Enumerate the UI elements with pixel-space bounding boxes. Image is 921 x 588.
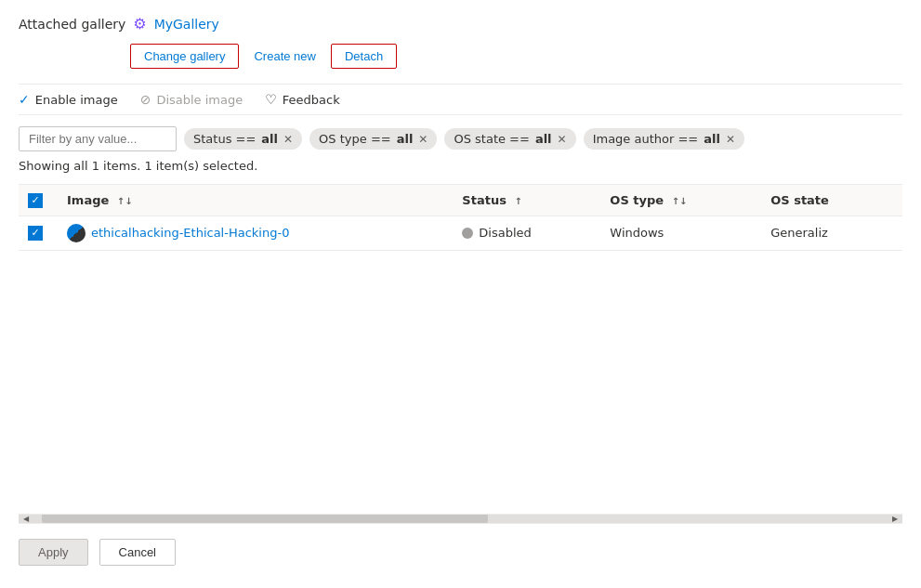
image-author-chip-val: all — [704, 132, 720, 146]
status-chip-close[interactable]: ✕ — [283, 134, 293, 145]
os-state-chip-key: OS state == — [454, 132, 529, 146]
checkmark-icon: ✓ — [19, 92, 30, 107]
cancel-button[interactable]: Cancel — [99, 539, 176, 566]
row-os-type-cell: Windows — [599, 216, 759, 250]
status-value: Disabled — [479, 226, 531, 240]
os-type-value: Windows — [610, 226, 664, 240]
header-checkbox[interactable]: ✓ — [28, 193, 43, 208]
heart-icon: ♡ — [265, 92, 277, 107]
gallery-name-link[interactable]: MyGallery — [154, 17, 219, 32]
toolbar: ✓ Enable image ⊘ Disable image ♡ Feedbac… — [19, 84, 902, 115]
disable-image-label: Disable image — [156, 93, 243, 107]
os-state-chip-close[interactable]: ✕ — [558, 134, 567, 145]
status-filter-chip: Status == all ✕ — [184, 128, 302, 150]
filter-row: Status == all ✕ OS type == all ✕ OS stat… — [19, 126, 902, 151]
detach-button[interactable]: Detach — [331, 44, 397, 69]
scrollbar-thumb[interactable] — [42, 514, 488, 523]
enable-image-label: Enable image — [35, 93, 118, 107]
os-type-filter-chip: OS type == all ✕ — [309, 128, 437, 150]
row-status-cell: Disabled — [451, 216, 599, 250]
block-icon: ⊘ — [140, 92, 151, 107]
image-author-chip-key: Image author == — [593, 132, 699, 146]
table-row: ✓ ethicalhacking-Ethical-Hacking-0 Di — [19, 216, 902, 250]
os-type-sort-icon: ↑↓ — [672, 196, 688, 206]
scroll-right-button[interactable]: ▶ — [888, 514, 902, 523]
change-gallery-button[interactable]: Change gallery — [130, 44, 239, 69]
os-state-chip-val: all — [535, 132, 552, 146]
col-header-os-type[interactable]: OS type ↑↓ — [599, 185, 759, 216]
images-table: ✓ Image ↑↓ Status ↑ OS type ↑↓ — [19, 185, 902, 251]
status-chip-key: Status == — [193, 132, 256, 146]
os-type-chip-key: OS type == — [319, 132, 391, 146]
status-sort-icon: ↑ — [514, 196, 521, 206]
gallery-icon: ⚙ — [133, 15, 146, 33]
os-state-filter-chip: OS state == all ✕ — [444, 128, 575, 150]
horizontal-scrollbar[interactable]: ◀ ▶ — [19, 514, 902, 523]
feedback-toolbar-item[interactable]: ♡ Feedback — [265, 92, 339, 107]
os-type-chip-close[interactable]: ✕ — [418, 134, 428, 145]
image-icon — [67, 224, 86, 242]
image-sort-icon: ↑↓ — [117, 196, 133, 206]
create-new-button[interactable]: Create new — [254, 45, 315, 68]
row-os-state-cell: Generaliz — [759, 216, 902, 250]
attached-gallery-label: Attached gallery — [19, 17, 125, 32]
row-checkbox-cell: ✓ — [19, 216, 56, 250]
feedback-label: Feedback — [283, 93, 340, 107]
row-checkbox[interactable]: ✓ — [28, 226, 43, 241]
row-image-cell: ethicalhacking-Ethical-Hacking-0 — [56, 216, 451, 250]
apply-button[interactable]: Apply — [19, 539, 88, 566]
col-header-image[interactable]: Image ↑↓ — [56, 185, 451, 216]
enable-image-toolbar-item[interactable]: ✓ Enable image — [19, 92, 118, 107]
header-checkbox-cell: ✓ — [19, 185, 56, 216]
scroll-left-button[interactable]: ◀ — [19, 514, 33, 523]
status-chip-val: all — [261, 132, 278, 146]
filter-input[interactable] — [19, 126, 177, 151]
status-text: Showing all 1 items. 1 item(s) selected. — [19, 159, 902, 173]
image-author-chip-close[interactable]: ✕ — [726, 134, 735, 145]
col-header-os-state[interactable]: OS state — [759, 185, 902, 216]
image-link[interactable]: ethicalhacking-Ethical-Hacking-0 — [67, 224, 440, 242]
disable-image-toolbar-item[interactable]: ⊘ Disable image — [140, 92, 243, 107]
image-author-filter-chip: Image author == all ✕ — [584, 128, 744, 150]
col-header-status[interactable]: Status ↑ — [451, 185, 599, 216]
table-container: ✓ Image ↑↓ Status ↑ OS type ↑↓ — [19, 184, 902, 514]
os-type-chip-val: all — [397, 132, 414, 146]
footer-row: Apply Cancel — [19, 523, 902, 573]
os-state-value: Generaliz — [770, 226, 828, 240]
table-header-row: ✓ Image ↑↓ Status ↑ OS type ↑↓ — [19, 185, 902, 216]
image-name: ethicalhacking-Ethical-Hacking-0 — [91, 226, 289, 240]
status-dot-icon — [462, 228, 473, 239]
